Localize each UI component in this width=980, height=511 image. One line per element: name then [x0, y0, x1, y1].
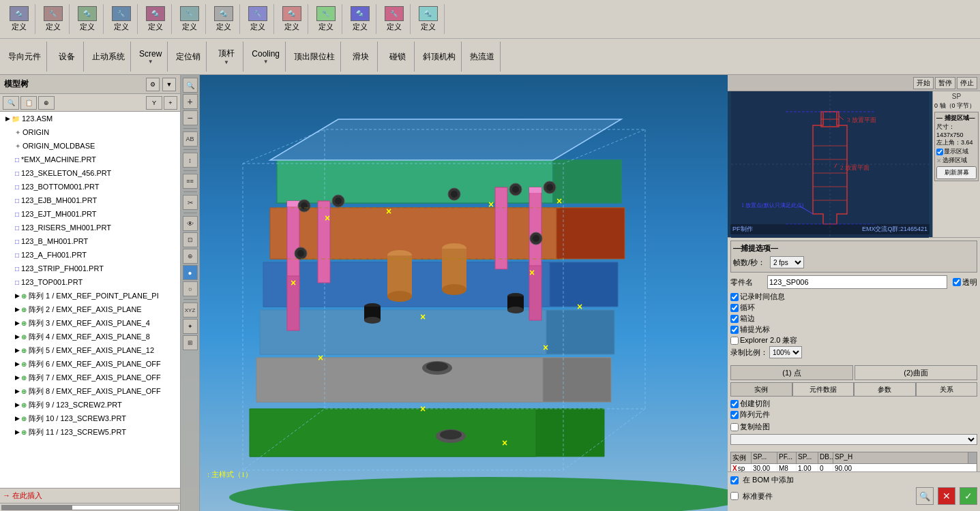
tb-define-2[interactable]: 🔧 定义 [37, 4, 70, 34]
delete-btn[interactable]: ✕ [938, 487, 955, 505]
menu-slide[interactable]: 滑块 [344, 42, 378, 72]
tb-define-13[interactable]: 🔩 定义 [412, 4, 445, 34]
tree-item-arr5[interactable]: ▶ ⊕ 阵列 5 / EMX_REF_AXIS_PLANE_12 [0, 343, 180, 357]
vp-light-icon[interactable]: ☼ [183, 281, 198, 296]
record-ratio-select[interactable]: 100% 75% 50% [769, 346, 802, 358]
tree-filter-icon[interactable]: Y [146, 96, 162, 110]
tree-item-origin[interactable]: ✦ ORIGIN [0, 125, 180, 139]
vp-zoom-out-icon[interactable]: − [183, 110, 198, 125]
vp-scissors-icon[interactable]: ✂ [183, 195, 198, 210]
tree-item-skeleton[interactable]: □ 123_SKELETON_456.PRT [0, 166, 180, 180]
confirm-btn[interactable]: ✓ [960, 487, 977, 505]
tb-define-5[interactable]: 🔩 定义 [139, 4, 172, 34]
tab-component-data[interactable]: 元件数据 [792, 382, 855, 396]
tab-instance[interactable]: 实例 [730, 382, 792, 396]
vp-axis-icon[interactable]: ⊕ [183, 249, 198, 264]
tree-tool-3[interactable]: ⊕ [38, 96, 55, 110]
tree-item-arr6[interactable]: ▶ ⊕ 阵列 6 / EMX_REF_AXIS_PLANE_OFF [0, 357, 180, 371]
tb-define-10[interactable]: 🔧 定义 [310, 4, 342, 34]
menu-hot-runner[interactable]: 热流道 [464, 42, 501, 72]
menu-equipment[interactable]: 设备 [50, 42, 84, 72]
table-row-0[interactable]: X sp 30.00 M8 1.00 0 90.00 [731, 464, 977, 471]
pause-button[interactable]: 暂停 [935, 77, 955, 89]
tree-item-ejt_mh[interactable]: □ 123_EJT_MH001.PRT [0, 207, 180, 221]
add-to-bom-checkbox[interactable] [730, 476, 739, 484]
menu-lifter[interactable]: 斜顶机构 [417, 42, 462, 72]
tab-surface[interactable]: (2)曲面 [855, 365, 977, 380]
refresh-screen-btn[interactable]: 刷新屏幕 [936, 166, 977, 179]
tree-item-bottom[interactable]: □ 123_BOTTOM001.PRT [0, 180, 180, 193]
tb-define-12[interactable]: 🔧 定义 [378, 4, 411, 34]
tb-define-6[interactable]: 🔧 定义 [173, 4, 206, 34]
tb-define-9[interactable]: 🔩 定义 [276, 4, 308, 34]
loop-checkbox[interactable] [730, 304, 739, 312]
vp-zoom-in-icon[interactable]: + [183, 94, 198, 109]
search-btn[interactable]: 🔍 [916, 487, 934, 505]
tree-item-arr11[interactable]: ▶ ⊕ 阵列 11 / 123_SCREW5.PRT [0, 425, 180, 439]
vp-text-icon[interactable]: AB [183, 131, 198, 146]
tree-item-arr8[interactable]: ▶ ⊕ 阵列 8 / EMX_REF_AXIS_PLANE_OFF [0, 384, 180, 398]
tb-define-8[interactable]: 🔧 定义 [241, 4, 274, 34]
tree-tool-2[interactable]: 📋 [20, 96, 37, 110]
vp-grid-icon[interactable]: ⊞ [183, 335, 198, 350]
assist-cursor-checkbox[interactable] [730, 326, 739, 334]
menu-screw[interactable]: Screw ▼ [134, 42, 168, 72]
record-time-checkbox[interactable] [730, 293, 739, 301]
tree-item-risers[interactable]: □ 123_RISERS_MH001.PRT [0, 221, 180, 234]
create-cut-checkbox[interactable] [730, 400, 739, 408]
vp-color-icon[interactable]: ● [183, 265, 198, 280]
tab-relation[interactable]: 关系 [916, 382, 978, 396]
tb-define-4[interactable]: 🔧 定义 [105, 4, 138, 34]
menu-guide-component[interactable]: 导向元件 [3, 42, 47, 72]
start-button[interactable]: 开始 [913, 77, 934, 89]
tree-item-arr7[interactable]: ▶ ⊕ 阵列 7 / EMX_REF_AXIS_PLANE_OFF [0, 371, 180, 384]
tb-define-11[interactable]: 🔩 定义 [344, 4, 376, 34]
tree-filter-btn[interactable]: ▼ [162, 78, 176, 91]
vp-move-icon[interactable]: ↕ [183, 153, 198, 168]
tree-item-arr9[interactable]: ▶ ⊕ 阵列 9 / 123_SCREW2.PRT [0, 398, 180, 412]
tb-define-3[interactable]: 🔩 定义 [71, 4, 104, 34]
tree-item-arr1[interactable]: ▶ ⊕ 阵列 1 / EMX_REF_POINT_PLANE_PI [0, 289, 180, 303]
menu-stop-system[interactable]: 止动系统 [87, 42, 131, 72]
menu-ejector-stop[interactable]: 顶出限位柱 [288, 42, 341, 72]
pf-label[interactable]: PF制作 [732, 225, 753, 234]
vp-eye-icon[interactable]: 👁 [183, 216, 198, 231]
tree-item-ejb_mh[interactable]: □ 123_EJB_MH001.PRT [0, 193, 180, 207]
tree-item-root[interactable]: ▶ 📁 123.ASM [0, 112, 180, 125]
model-tree-list[interactable]: ▶ 📁 123.ASM ✦ ORIGIN ✦ ORIGIN_MOLDBASE □… [0, 112, 180, 488]
tree-item-top[interactable]: □ 123_TOP001.PRT [0, 275, 180, 289]
vp-xyz-icon[interactable]: XYZ [183, 303, 198, 318]
viewport[interactable]: 🔍 + − AB ↕ ≡≡ ✂ 👁 ⊡ ⊕ ● ☼ XYZ ✦ [181, 75, 728, 511]
component-name-input[interactable] [767, 275, 947, 289]
vp-toggle-icon[interactable]: ⊡ [183, 232, 198, 247]
insert-here-label[interactable]: → 在此插入 [3, 491, 42, 501]
tb-define-7[interactable]: 🔩 定义 [207, 4, 240, 34]
tree-item-arr4[interactable]: ▶ ⊕ 阵列 4 / EMX_REF_AXIS_PLANE_8 [0, 330, 180, 343]
tree-add-btn[interactable]: + [164, 96, 177, 110]
fps-select[interactable]: 2 fps 5 fps 10 fps [770, 256, 804, 268]
array-element-checkbox[interactable] [730, 411, 739, 419]
tree-item-b_mh[interactable]: □ 123_B_MH001.PRT [0, 234, 180, 248]
tree-item-arr10[interactable]: ▶ ⊕ 阵列 10 / 123_SCREW3.PRT [0, 412, 180, 425]
tree-item-arr2[interactable]: ▶ ⊕ 阵列 2 / EMX_REF_AXIS_PLANE [0, 303, 180, 316]
menu-locating-pin[interactable]: 定位销 [170, 42, 207, 72]
tree-item-strip_fh[interactable]: □ 123_STRIP_FH001.PRT [0, 262, 180, 275]
copy-drawing-select[interactable] [730, 434, 977, 445]
tree-item-arr3[interactable]: ▶ ⊕ 阵列 3 / EMX_REF_AXIS_PLANE_4 [0, 316, 180, 330]
border-checkbox[interactable] [730, 315, 739, 323]
menu-cooling[interactable]: Cooling ▼ [246, 42, 286, 72]
vp-layers-icon[interactable]: ≡≡ [183, 174, 198, 189]
menu-ejector[interactable]: 顶杆 ▼ [209, 42, 243, 72]
tree-item-origin_mb[interactable]: ✦ ORIGIN_MOLDBASE [0, 139, 180, 153]
menu-lock[interactable]: 碰锁 [381, 42, 415, 72]
explorer-compat-checkbox[interactable] [730, 337, 739, 345]
tab-point[interactable]: (1) 点 [730, 365, 853, 380]
copy-drawing-checkbox[interactable] [730, 423, 739, 431]
tb-define-1[interactable]: 🔩 定义 [3, 4, 35, 34]
vp-compass-icon[interactable]: ✦ [183, 319, 198, 334]
show-area-checkbox[interactable] [936, 149, 943, 155]
tree-settings-btn[interactable]: ⚙ [146, 78, 160, 91]
stop-button[interactable]: 停止 [957, 77, 977, 89]
tree-item-emx_machine[interactable]: □ *EMX_MACHINE.PRT [0, 153, 180, 166]
tab-params[interactable]: 参数 [854, 382, 916, 396]
